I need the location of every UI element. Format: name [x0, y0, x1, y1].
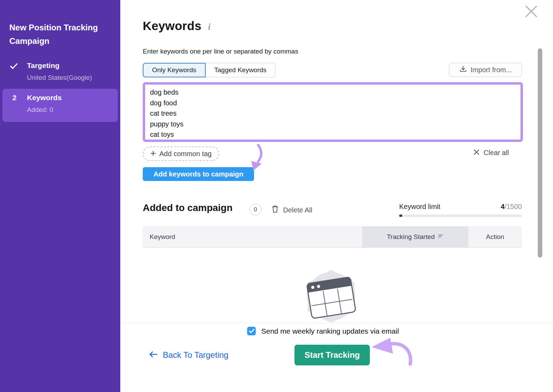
close-icon[interactable]	[525, 5, 538, 18]
keyword-limit-value: 4/1500	[399, 203, 522, 211]
modal-scrollbar[interactable]	[538, 48, 542, 258]
added-count-badge: 0	[250, 204, 261, 216]
trash-icon	[272, 205, 279, 215]
column-header-action: Action	[468, 226, 522, 247]
add-keywords-button[interactable]: Add keywords to campaign	[143, 167, 254, 181]
tracking-started-label: Tracking Started	[387, 233, 435, 241]
step-keywords-detail: Added: 0	[27, 106, 53, 114]
email-updates-checkbox[interactable]	[247, 327, 256, 335]
wizard-sidebar: New Position Tracking Campaign Targeting…	[0, 0, 120, 392]
keywords-tabs: Only Keywords Tagged Keywords	[143, 63, 275, 77]
sidebar-step-targeting[interactable]: Targeting	[27, 61, 59, 70]
back-arrow-icon	[149, 350, 158, 360]
add-common-tag-label: Add common tag	[159, 150, 212, 158]
start-tracking-button[interactable]: Start Tracking	[294, 345, 370, 365]
sidebar-step-keywords[interactable]: 2 Keywords Added: 0	[2, 89, 118, 122]
empty-state-illustration	[293, 268, 369, 324]
added-keywords-table-header: Keyword Tracking Started Action	[143, 226, 522, 248]
column-header-keyword: Keyword	[143, 226, 362, 247]
step-keywords-label: Keywords	[27, 94, 62, 102]
step-number: 2	[12, 94, 17, 102]
delete-all-label: Delete All	[283, 206, 312, 214]
plus-icon	[150, 150, 156, 158]
import-from-label: Import from...	[471, 66, 512, 74]
limit-used: 4	[501, 203, 505, 210]
clear-all-button[interactable]: Clear all	[474, 149, 509, 157]
check-icon	[10, 63, 18, 71]
info-icon[interactable]: i	[208, 22, 210, 32]
add-common-tag-button[interactable]: Add common tag	[143, 146, 219, 161]
footer-divider	[120, 323, 553, 323]
keywords-input[interactable]: dog beds dog food cat trees puppy toys c…	[145, 85, 521, 140]
keyword-limit-progressbar	[399, 214, 522, 217]
limit-total: /1500	[505, 203, 522, 210]
sort-icon	[438, 233, 444, 241]
page-title: Keywords	[143, 19, 201, 33]
keyword-limit-progress-fill	[399, 214, 402, 217]
download-icon	[459, 65, 467, 75]
keywords-textarea-highlight: dog beds dog food cat trees puppy toys c…	[143, 82, 523, 142]
column-header-tracking-started[interactable]: Tracking Started	[362, 226, 468, 247]
campaign-title: New Position Tracking Campaign	[9, 21, 110, 48]
import-from-button[interactable]: Import from...	[449, 63, 522, 77]
added-to-campaign-title: Added to campaign	[143, 202, 233, 213]
back-to-targeting-link[interactable]: Back To Targeting	[149, 350, 228, 360]
back-to-targeting-label: Back To Targeting	[163, 350, 228, 360]
delete-all-button[interactable]: Delete All	[272, 205, 312, 215]
clear-all-label: Clear all	[484, 149, 509, 157]
annotation-arrow-add-keywords	[244, 144, 268, 173]
tab-tagged-keywords[interactable]: Tagged Keywords	[206, 63, 275, 77]
annotation-arrow-start-tracking	[361, 336, 413, 369]
keywords-instruction: Enter keywords one per line or separated…	[143, 48, 298, 55]
email-updates-label: Send me weekly ranking updates via email	[261, 327, 399, 335]
keywords-panel: Keywords i Enter keywords one per line o…	[120, 0, 553, 392]
tab-only-keywords[interactable]: Only Keywords	[143, 63, 206, 77]
clear-icon	[474, 149, 479, 157]
targeting-detail: United States(Google)	[27, 74, 92, 82]
